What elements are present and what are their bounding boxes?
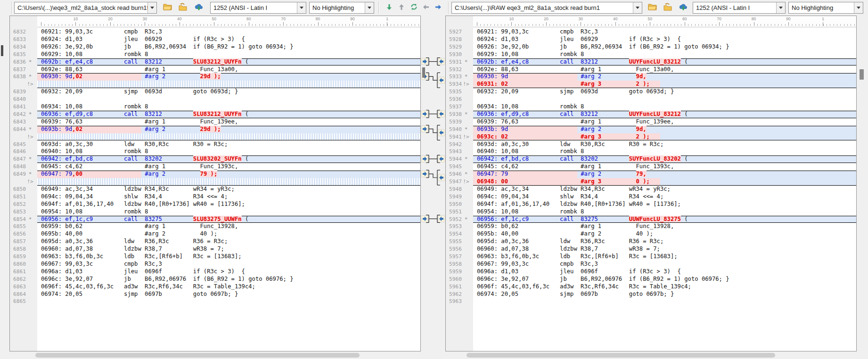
code-line[interactable]: 0695d: a0,3c,36 ldw R36,R3c R36 = R3c; [473, 238, 856, 245]
code-line[interactable]: 06959: b0,62 #arg 1 Func_13928, [37, 223, 420, 230]
recompare-button[interactable] [407, 2, 420, 14]
left-encoding-combo[interactable]: 1252 (ANSI - Latin I [210, 2, 306, 14]
merge-to-left-button[interactable] [419, 2, 433, 14]
chevron-down-icon[interactable] [854, 2, 863, 13]
right-encoding-combo[interactable]: 1252 (ANSI - Latin I [693, 2, 786, 14]
code-line[interactable]: 0695b: 40,00 #arg 2 40 ); [473, 230, 856, 238]
copy-to-left-button[interactable] [438, 130, 445, 136]
copy-to-left-button[interactable] [438, 58, 445, 65]
left-file-path-combo[interactable]: C:\Users\(...)\eqe3_ml2_8a1a_stock read … [14, 2, 157, 14]
code-line[interactable]: 06939: 76,63 #arg 1 Func_139ee, [473, 118, 856, 126]
copy-to-left-button[interactable] [438, 77, 445, 83]
code-line[interactable]: 0696c: 3e,92,07 jb B6,R92,06976 if (B6_R… [473, 276, 856, 283]
code-line[interactable]: 06949: ac,3c,34 ldzbw R34,R3c wR34 = yR3… [473, 186, 856, 193]
copy-to-right-button[interactable] [421, 171, 428, 177]
code-line[interactable]: 0696c: 3e,92,07 jb B6,R92,06976 if (B6_R… [37, 276, 420, 283]
revert-file-button[interactable] [176, 2, 189, 14]
code-line[interactable]: 0696a: d1,03 jleu 0696f if (R3c > 3) { [473, 268, 856, 276]
copy-to-right-button[interactable] [421, 155, 428, 162]
next-difference-button[interactable] [383, 2, 396, 14]
code-line[interactable]: 06949: ac,3c,34 ldzbw R34,R3c wR34 = yR3… [37, 186, 420, 193]
copy-to-right-button[interactable] [421, 215, 428, 222]
copy-to-left-button[interactable] [438, 111, 445, 117]
code-line[interactable] [37, 96, 420, 103]
chevron-down-icon[interactable] [297, 2, 306, 13]
code-line[interactable]: 06921: 99,03,3c cmpb R3c,3 [37, 28, 420, 36]
code-line[interactable]: 06942: ef,bd,c8 call 83202 SUYFuncLU_832… [473, 155, 856, 163]
code-line[interactable]: 06956: ef,1c,c9 call 83275 UUWFuncLU_832… [473, 216, 856, 223]
code-line[interactable]: 06932: 20,09 sjmp 0693d goto 0693d; } [37, 88, 420, 96]
code-line[interactable]: 0694f: af,01,36,17,40 ldzbw R40,[R0+1736… [37, 201, 420, 208]
code-line[interactable]: 0695b: 40,00 #arg 2 40 ); [37, 230, 420, 238]
vertical-scrollbar-thumb[interactable] [860, 69, 864, 80]
code-line[interactable]: 0693d: a0,3c,30 ldw R30,R3c R30 = R3c; [473, 141, 856, 148]
right-horizontal-scrollbar-thumb[interactable] [467, 353, 775, 358]
code-line[interactable]: 06934: 10,08 rombk 8 [37, 103, 420, 111]
chevron-down-icon[interactable] [776, 2, 785, 13]
open-file-button[interactable] [646, 2, 659, 14]
left-highlighting-combo[interactable]: No Highlighting [309, 2, 374, 14]
code-line[interactable]: 06947: 79 #arg 2 79, [473, 171, 856, 178]
code-line[interactable]: 0693c: 02 #arg 3 2 ); [473, 133, 856, 141]
code-line[interactable]: 06931: 02 #arg 3 2 ); [473, 81, 856, 88]
code-line[interactable]: 06945: c4,62 #arg 1 Func_1393c, [37, 163, 420, 171]
code-line[interactable]: 06936: ef,d9,c8 call 83212 UUYFuncLU_832… [473, 111, 856, 118]
code-line[interactable]: 06926: 3e,92,0b jb B6,R92,06934 if (B6_R… [473, 43, 856, 51]
previous-difference-button[interactable] [395, 2, 408, 14]
code-line[interactable]: 0692e: 88,63 #arg 1 Func_13a00, [37, 66, 420, 73]
chevron-down-icon[interactable] [633, 2, 642, 13]
code-line[interactable]: 06954: 10,08 rombk 8 [473, 208, 856, 216]
code-line[interactable]: 06930: 9d #arg 2 9d, [473, 73, 856, 81]
code-line[interactable]: 06924: d1,03 jleu 06929 if (R3c > 3) { [37, 36, 420, 43]
code-line[interactable]: 06947: 79,00 #arg 2 79 ); [37, 171, 420, 178]
code-line[interactable]: 06974: 20,05 sjmp 0697b goto 0697b; } [37, 291, 420, 298]
copy-to-left-button[interactable] [438, 215, 445, 222]
code-line[interactable] [37, 178, 420, 186]
merge-to-right-button[interactable] [432, 2, 445, 14]
code-line[interactable]: 0696f: 45,4c,03,f6,3c ad3w R3c,Rf6,34c R… [473, 283, 856, 291]
left-horizontal-scrollbar-thumb[interactable] [35, 353, 360, 358]
code-line[interactable]: 0694c: 09,04,34 shlw R34,4 R34 <<= 4; [37, 193, 420, 201]
copy-to-right-button[interactable] [421, 58, 428, 65]
code-line[interactable] [37, 298, 420, 305]
copy-to-right-button[interactable] [421, 126, 428, 132]
sync-download-button[interactable] [192, 2, 205, 14]
code-line[interactable]: 06963: b3,f6,0b,3c ldb R3c,[Rf6+b] R3c =… [473, 253, 856, 261]
vertical-scrollbar[interactable] [857, 16, 868, 351]
code-line[interactable]: 06924: d1,03 jleu 06929 if (R3c > 3) { [473, 36, 856, 43]
code-line[interactable]: 06936: ef,d9,c8 call 83212 SLU83212_UUYF… [37, 111, 420, 118]
code-line[interactable]: 0692e: 88,63 #arg 1 Func_13a00, [473, 66, 856, 73]
code-line[interactable]: 06960: ad,07,38 ldzbw R38,7 wR38 = 7; [37, 245, 420, 253]
code-line[interactable]: 06945: c4,62 #arg 1 Func_1393c, [473, 163, 856, 171]
code-line[interactable]: 06929: 10,08 rombk 8 [37, 51, 420, 58]
code-line[interactable]: 06956: ef,1c,c9 call 83275 SLU83275_UUWF… [37, 216, 420, 223]
code-line[interactable]: 0694c: 09,04,34 shlw R34,4 R34 <<= 4; [473, 193, 856, 201]
code-line[interactable]: 06948: 00 #arg 3 0 ); [473, 178, 856, 186]
code-line[interactable]: 06960: ad,07,38 ldzbw R38,7 wR38 = 7; [473, 245, 856, 253]
open-file-button[interactable] [161, 2, 174, 14]
chevron-down-icon[interactable] [365, 2, 374, 13]
code-line[interactable]: 06934: 10,08 rombk 8 [473, 103, 856, 111]
chevron-down-icon[interactable] [147, 2, 156, 13]
code-line[interactable]: 0693b: 9d,02 #arg 2 29d ); [37, 126, 420, 133]
code-line[interactable]: 06921: 99,03,3c cmpb R3c,3 [473, 28, 856, 36]
code-line[interactable]: 06929: 10,08 rombk 8 [473, 51, 856, 58]
code-line[interactable]: 06940: 10,08 rombk 8 [37, 148, 420, 155]
code-line[interactable]: 0694f: af,01,36,17,40 ldzbw R40,[R0+1736… [473, 201, 856, 208]
right-file-path-combo[interactable]: C:\Users\(...)\RAW eqe3_ml2_8a1a_stock r… [451, 2, 642, 14]
code-line[interactable]: 06967: 99,03,3c cmpb R3c,3 [473, 261, 856, 268]
copy-to-right-button[interactable] [421, 111, 428, 117]
code-line[interactable]: 0696a: d1,03 jleu 0696f if (R3c > 3) { [37, 268, 420, 276]
code-line[interactable]: 0693d: a0,3c,30 ldw R30,R3c R30 = R3c; [37, 141, 420, 148]
code-line[interactable]: 06926: 3e,92,0b jb B6,R92,06934 if (B6_R… [37, 43, 420, 51]
code-line[interactable] [37, 81, 420, 88]
code-line[interactable]: 06959: b0,62 #arg 1 Func_13928, [473, 223, 856, 230]
code-line[interactable]: 06974: 20,05 sjmp 0697b goto 0697b; } [473, 291, 856, 298]
code-line[interactable]: 06930: 9d,02 #arg 2 29d ); [37, 73, 420, 81]
copy-to-left-button[interactable] [438, 155, 445, 162]
left-code-editor[interactable]: 1020304050607080901 06921: 99,03,3c cmpb… [37, 16, 420, 351]
right-highlighting-combo[interactable]: No Highlighting [788, 2, 863, 14]
code-line[interactable] [37, 133, 420, 141]
copy-to-left-button[interactable] [438, 174, 445, 181]
code-line[interactable]: 06954: 10,08 rombk 8 [37, 208, 420, 216]
